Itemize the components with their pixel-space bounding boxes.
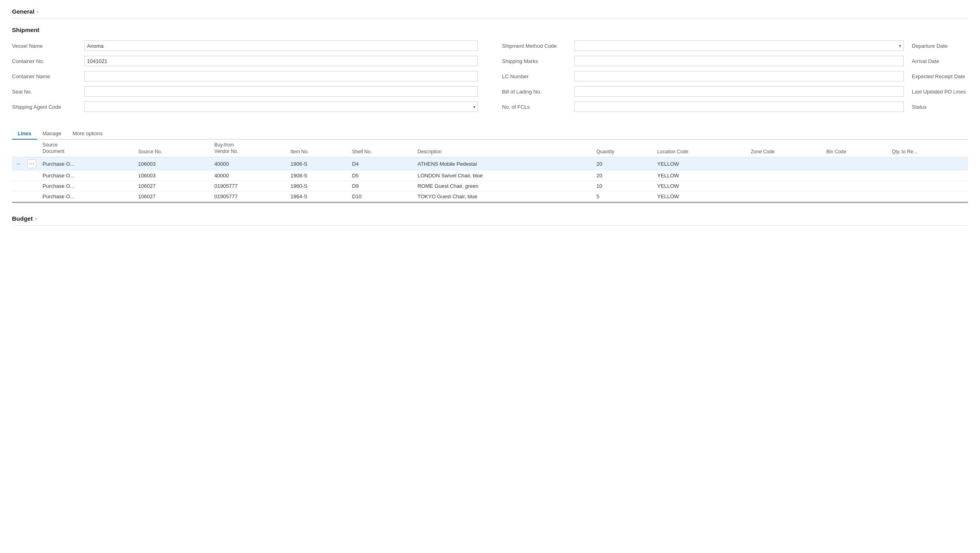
shipment-method-select[interactable] bbox=[574, 41, 904, 51]
cell-source-no: 106003 bbox=[135, 157, 211, 171]
shipment-method-select-wrapper: ▾ bbox=[574, 41, 904, 51]
cell-shelf-no: D10 bbox=[349, 191, 414, 202]
shipping-agent-select-wrapper: ▾ bbox=[84, 102, 478, 112]
cell-source-no: 106027 bbox=[135, 181, 211, 191]
row-actions-cell: ⋯ bbox=[24, 157, 39, 171]
cell-bin-code bbox=[823, 191, 889, 202]
shipping-agent-select[interactable] bbox=[84, 102, 478, 112]
table-row[interactable]: →⋯Purchase O...106003400001906-SD4ATHENS… bbox=[12, 157, 968, 171]
shipment-right-col: Shipment Method Code ▾ Departure Date Sh… bbox=[502, 40, 968, 116]
cell-bin-code bbox=[823, 181, 889, 191]
col-bin-code: Bin Code bbox=[823, 140, 889, 157]
cell-quantity: 20 bbox=[593, 157, 654, 171]
cell-source-document: Purchase O... bbox=[39, 181, 135, 191]
col-zone-code: Zone Code bbox=[747, 140, 823, 157]
cell-location-code: YELLOW bbox=[654, 191, 747, 202]
cell-shelf-no: D5 bbox=[349, 171, 414, 181]
cell-bin-code bbox=[823, 157, 889, 171]
vessel-name-label: Vessel Name bbox=[12, 43, 84, 49]
container-name-input[interactable] bbox=[84, 71, 478, 81]
cell-description: ATHENS Mobile Pedestal bbox=[414, 157, 593, 171]
cell-location-code: YELLOW bbox=[654, 157, 747, 171]
cell-buy-from-vendor-no: 40000 bbox=[211, 157, 288, 171]
row-arrow-cell: → bbox=[12, 157, 24, 171]
shipping-marks-input[interactable] bbox=[574, 56, 904, 66]
bill-of-lading-row: Bill of Lading No. Last Updated PO Lines bbox=[502, 85, 968, 98]
container-no-row: Container No. bbox=[12, 55, 478, 67]
budget-section: Budget › bbox=[12, 215, 968, 226]
budget-section-header[interactable]: Budget › bbox=[12, 215, 968, 226]
general-section-header[interactable]: General › bbox=[12, 8, 968, 18]
cell-quantity: 10 bbox=[593, 181, 654, 191]
lines-section: Lines Manage More options SourceDocument… bbox=[12, 128, 968, 203]
expected-receipt-date-label: Expected Receipt Date bbox=[904, 73, 968, 79]
arrival-date-label: Arrival Date bbox=[904, 58, 968, 64]
cell-qty-to-receive bbox=[889, 191, 968, 202]
cell-zone-code bbox=[747, 157, 823, 171]
cell-qty-to-receive bbox=[889, 181, 968, 191]
budget-title: Budget bbox=[12, 215, 33, 222]
table-row[interactable]: Purchase O...106027019057771960-SD9ROME … bbox=[12, 181, 968, 191]
tab-more-options[interactable]: More options bbox=[67, 128, 108, 140]
seal-no-input[interactable] bbox=[84, 86, 478, 97]
cell-buy-from-vendor-no: 01905777 bbox=[211, 181, 288, 191]
cell-item-no: 1908-S bbox=[288, 171, 349, 181]
col-item-no: Item No. bbox=[288, 140, 349, 157]
row-ellipsis-button[interactable]: ⋯ bbox=[27, 159, 36, 168]
vessel-name-row: Vessel Name bbox=[12, 40, 478, 52]
shipping-agent-label: Shipping Agent Code bbox=[12, 104, 84, 110]
cell-qty-to-receive bbox=[889, 157, 968, 171]
tab-lines[interactable]: Lines bbox=[12, 128, 37, 140]
lines-tabs: Lines Manage More options bbox=[12, 128, 968, 140]
shipment-method-row: Shipment Method Code ▾ Departure Date bbox=[502, 40, 968, 52]
seal-no-label: Seal No. bbox=[12, 89, 84, 95]
bill-of-lading-label: Bill of Lading No. bbox=[502, 89, 574, 95]
cell-source-no: 106027 bbox=[135, 191, 211, 202]
cell-qty-to-receive bbox=[889, 171, 968, 181]
cell-item-no: 1906-S bbox=[288, 157, 349, 171]
table-row[interactable]: Purchase O...106027019057771964-SD10TOKY… bbox=[12, 191, 968, 202]
bill-of-lading-input[interactable] bbox=[574, 86, 904, 97]
col-shelf-no: Shelf No. bbox=[349, 140, 414, 157]
lc-number-row: LC Number Expected Receipt Date bbox=[502, 70, 968, 82]
col-arrow bbox=[12, 140, 24, 157]
lines-table: SourceDocument Source No. Buy-fromVendor… bbox=[12, 140, 968, 202]
cell-bin-code bbox=[823, 171, 889, 181]
no-of-fcls-label: No. of FCLs bbox=[502, 104, 574, 110]
cell-source-document: Purchase O... bbox=[39, 157, 135, 171]
cell-zone-code bbox=[747, 181, 823, 191]
lc-number-input[interactable] bbox=[574, 71, 904, 81]
col-quantity: Quantity bbox=[593, 140, 654, 157]
cell-source-document: Purchase O... bbox=[39, 191, 135, 202]
cell-buy-from-vendor-no: 40000 bbox=[211, 171, 288, 181]
departure-date-label: Departure Date bbox=[904, 43, 968, 49]
row-arrow-cell bbox=[12, 181, 24, 191]
row-actions-cell bbox=[24, 181, 39, 191]
container-no-label: Container No. bbox=[12, 58, 84, 64]
col-buy-from-vendor: Buy-fromVendor No. bbox=[211, 140, 288, 157]
row-actions-cell bbox=[24, 171, 39, 181]
shipment-section: Shipment Vessel Name Container No. Conta… bbox=[12, 26, 968, 116]
cell-description: ROME Guest Chair, green bbox=[414, 181, 593, 191]
cell-location-code: YELLOW bbox=[654, 171, 747, 181]
shipment-title: Shipment bbox=[12, 26, 968, 33]
general-title: General bbox=[12, 8, 34, 15]
no-of-fcls-row: No. of FCLs Status bbox=[502, 101, 968, 113]
shipment-form-grid: Vessel Name Container No. Container Name… bbox=[12, 40, 968, 116]
vessel-name-input[interactable] bbox=[84, 41, 478, 51]
tab-manage[interactable]: Manage bbox=[37, 128, 67, 140]
cell-quantity: 20 bbox=[593, 171, 654, 181]
cell-description: TOKYO Guest Chair, blue bbox=[414, 191, 593, 202]
status-label: Status bbox=[904, 104, 968, 110]
no-of-fcls-input[interactable] bbox=[574, 102, 904, 112]
row-arrow-cell bbox=[12, 171, 24, 181]
table-row[interactable]: Purchase O...106003400001908-SD5LONDON S… bbox=[12, 171, 968, 181]
general-chevron: › bbox=[37, 9, 38, 14]
cell-quantity: 5 bbox=[593, 191, 654, 202]
cell-zone-code bbox=[747, 171, 823, 181]
page-container: General › Shipment Vessel Name Container… bbox=[0, 0, 980, 553]
col-location-code: Location Code bbox=[654, 140, 747, 157]
container-no-input[interactable] bbox=[84, 56, 478, 66]
col-qty-to-receive: Qty. to Re... bbox=[889, 140, 968, 157]
cell-location-code: YELLOW bbox=[654, 181, 747, 191]
